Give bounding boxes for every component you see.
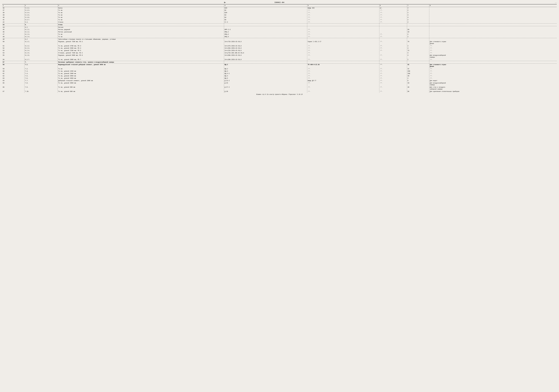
cell-section: 5.3.7. <box>24 19 58 21</box>
cell-name: То же <box>58 16 224 19</box>
cell-spec: Серия I.432.2-I7 <box>307 41 379 45</box>
cell-spec: Шифр 483 <box>307 7 379 9</box>
cell-spec: -"- <box>307 21 379 23</box>
cell-section: 7.I. <box>24 64 58 68</box>
cell-qty: 2 <box>407 12 429 14</box>
main-table-wrapper: 1 2 3 4 5 6 7 8 365.3.2.БалкаБIНШифр 483… <box>2 4 557 93</box>
cell-note <box>429 21 557 23</box>
cell-name: То же, длиной 3050 мм <box>58 77 224 80</box>
footer-text: Взамен стр 6 2а констр проекта Абарина /… <box>256 94 303 95</box>
table-row: 667.9.То же, длиной 980 ммД-I7-I-"--"-40… <box>2 86 557 90</box>
table-row: 647.7.Доборный стальной элемент, длиной … <box>2 80 557 82</box>
cell-qty: 78 <box>407 41 429 45</box>
cell-unit: -"- <box>379 49 407 52</box>
cell-code: БIН <box>224 7 307 9</box>
cell-section: 6.2.4. <box>24 49 58 52</box>
cell-spec: -"- <box>307 19 379 21</box>
cell-section: 6.2.5. <box>24 52 58 54</box>
cell-note: Для воздухозаборной камеры <box>429 54 557 58</box>
cell-unit: -"- <box>379 19 407 21</box>
cell-note: Для стенового ограж- дения <box>429 64 557 68</box>
cell-spec: -"- <box>307 86 379 90</box>
cell-qty: 4I <box>407 68 429 70</box>
cell-qty: 2 <box>407 36 429 38</box>
cell-qty: 4 <box>407 47 429 49</box>
cell-num: 44. <box>2 26 24 28</box>
cell-spec: -"- <box>307 52 379 54</box>
cell-code <box>224 38 307 40</box>
cell-section: 5.3.5. <box>24 14 58 16</box>
cell-section: 6.I. <box>24 26 58 28</box>
cell-note <box>429 23 557 26</box>
cell-spec: -"- <box>307 90 379 93</box>
cell-num: 57 <box>2 61 24 64</box>
table-row: 5I6.2.2.То же, длиной 4780 мм; ПС-3Iптс4… <box>2 45 557 47</box>
cell-code: ИД-5 <box>224 77 307 80</box>
cell-qty <box>407 38 429 40</box>
cell-qty: 59 <box>407 28 429 31</box>
cell-qty: I <box>407 58 429 61</box>
table-row: 466.I.2.Ригель цокольныйНРЦ-I-"-I9 <box>2 31 557 33</box>
cell-note <box>429 36 557 38</box>
cell-qty: 2 <box>407 77 429 80</box>
cell-qty: 72 <box>407 49 429 52</box>
cell-unit: -"- <box>379 54 407 58</box>
table-row: 506.2.I.Рядовая, длиной 7I80 мм; ПС-2Iпт… <box>2 41 557 45</box>
cell-spec <box>307 23 379 26</box>
table-row: 456.I.I.Ригель рядовойНРР-I-3-"-59 <box>2 28 557 31</box>
page-header: Б• I896I-04 .. <box>2 1 557 4</box>
cell-qty: 290 <box>407 70 429 73</box>
cell-num: 50 <box>2 41 24 45</box>
col-header-3: 3 <box>58 4 224 7</box>
cell-note: Для ворот <box>429 80 557 82</box>
table-row: 526.2.3.То же, длиной 3580 мм; ПС-4Iптс3… <box>2 47 557 49</box>
cell-qty <box>407 26 429 28</box>
cell-spec: -"- <box>307 49 379 52</box>
col-header-1: 1 <box>2 4 24 7</box>
cell-code: НРЦ-3 <box>224 36 307 38</box>
cell-note: -"- <box>429 47 557 49</box>
cell-note <box>429 26 557 28</box>
cell-name: Ригель рядовой <box>58 28 224 31</box>
cell-spec: -"- <box>307 58 379 61</box>
cell-spec: Шифр ДП-77 <box>307 80 379 82</box>
cell-section: 6.2.I. <box>24 41 58 45</box>
cell-code: НРЦ-I <box>224 31 307 33</box>
cell-num: 5I <box>2 45 24 47</box>
cell-note <box>429 28 557 31</box>
table-row: 44.6.I.Ригели <box>2 26 557 28</box>
cell-name: То же, длиной 3580 мм; ПС-4 <box>58 47 224 49</box>
cell-spec <box>307 26 379 28</box>
cell-note <box>429 12 557 14</box>
cell-num: 36 <box>2 7 24 9</box>
cell-spec <box>307 61 379 64</box>
cell-name: То же <box>58 14 224 16</box>
cell-unit: -"- <box>379 21 407 23</box>
cell-unit: -"- <box>379 45 407 47</box>
cell-code: Б5 <box>224 19 307 21</box>
cell-spec: -"- <box>307 54 379 58</box>
cell-qty: 40 <box>407 86 429 90</box>
cell-code: Д-I2-I <box>224 80 307 82</box>
cell-spec: ТП 400-0-2I.83 <box>307 64 379 68</box>
table-row: 425.4.СтаканСт-I-"--"-2 <box>2 21 557 23</box>
cell-unit: шт. <box>379 7 407 9</box>
col-header-7: 7 <box>407 4 429 7</box>
cell-section: 7.7. <box>24 80 58 82</box>
cell-spec: -"- <box>307 82 379 86</box>
cell-section: 6.I.4. <box>24 36 58 38</box>
cell-qty: 4 <box>407 52 429 54</box>
table-row: 395.3.5.То жеБ3-"--"-4 <box>2 14 557 16</box>
cell-unit: -"- <box>379 73 407 75</box>
cell-qty: 96 <box>407 90 429 93</box>
cell-num: 39 <box>2 14 24 16</box>
cell-section: 6.I.2. <box>24 31 58 33</box>
cell-code: Iптс358.IOI6.6I-С0,8 <box>224 47 307 49</box>
cell-unit: -"- <box>379 14 407 16</box>
cell-num: 67 <box>2 90 24 93</box>
cell-name: То же <box>58 68 224 70</box>
cell-code: НРЦ-2 <box>224 33 307 36</box>
col-header-2: 2 <box>24 4 58 7</box>
cell-qty: IO8 <box>407 73 429 75</box>
cell-unit: -"- <box>379 58 407 61</box>
